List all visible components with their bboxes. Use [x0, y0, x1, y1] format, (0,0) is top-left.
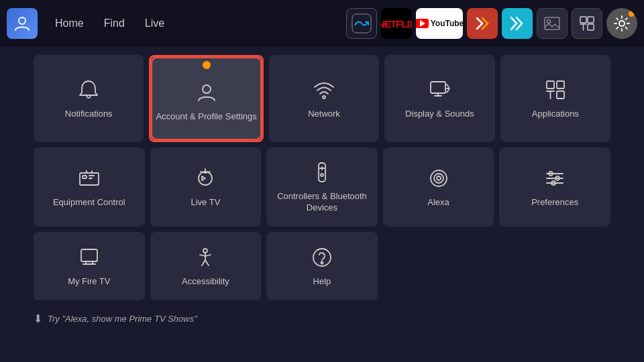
tile-display-sounds-label: Display & Sounds [405, 109, 474, 120]
alexa-hint-text: Try "Alexa, show me Prime TV Shows" [48, 314, 197, 324]
svg-rect-4 [580, 17, 586, 23]
grid-row-2: Equipment Control Live TV Controllers & … [34, 147, 610, 227]
top-apps: NETFLIX YouTube [346, 8, 637, 39]
tile-applications-label: Applications [532, 109, 579, 120]
nav-live[interactable]: Live [137, 13, 172, 34]
tile-equipment-control-label: Equipment Control [53, 197, 125, 208]
youtube-icon[interactable]: YouTube [416, 8, 463, 39]
svg-rect-5 [588, 17, 594, 23]
svg-rect-12 [431, 82, 445, 93]
tile-preferences[interactable]: Preferences [499, 147, 610, 227]
tile-account-label: Account & Profile Settings [156, 111, 256, 123]
svg-line-15 [447, 84, 449, 87]
netflix-icon[interactable]: NETFLIX [381, 8, 412, 39]
svg-rect-2 [545, 17, 559, 29]
svg-rect-19 [557, 81, 564, 88]
prime-icon[interactable] [346, 8, 377, 39]
svg-rect-6 [588, 24, 594, 30]
grid-row-1: Notifications Account & Profile Settings… [34, 55, 610, 142]
tile-controllers-bluetooth-label: Controllers & Bluetooth Devices [266, 191, 378, 214]
grid-icon[interactable] [572, 8, 602, 39]
svg-line-17 [447, 90, 449, 93]
tile-network[interactable]: Network [269, 55, 379, 142]
svg-point-11 [323, 96, 325, 99]
tile-display-sounds[interactable]: Display & Sounds [384, 55, 494, 142]
tile-live-tv[interactable]: Live TV [150, 147, 262, 227]
tile-help[interactable]: Help [266, 232, 378, 300]
grid-row-3: My Fire TV Accessibility Help [34, 232, 610, 300]
svg-point-37 [437, 176, 441, 180]
photos-icon[interactable] [537, 8, 568, 39]
user-avatar[interactable] [7, 8, 38, 39]
svg-point-3 [547, 20, 551, 23]
tile-alexa[interactable]: Alexa [383, 147, 494, 227]
svg-rect-18 [547, 81, 554, 88]
tile-network-label: Network [308, 109, 340, 120]
orange-notification-dot [203, 61, 211, 69]
svg-point-35 [431, 170, 447, 186]
top-bar: Home Find Live NETFLIX YouTube [0, 0, 644, 47]
bottom-bar: ⬇ Try "Alexa, show me Prime TV Shows" [0, 308, 644, 329]
kodi-red-icon[interactable] [467, 8, 498, 39]
tile-accessibility[interactable]: Accessibility [150, 232, 262, 300]
tile-live-tv-label: Live TV [191, 197, 220, 208]
tile-help-label: Help [313, 276, 331, 288]
settings-grid: Notifications Account & Profile Settings… [0, 47, 644, 308]
svg-rect-44 [81, 249, 97, 261]
tile-my-fire-tv[interactable]: My Fire TV [34, 232, 145, 300]
svg-point-10 [203, 85, 211, 93]
nav-find[interactable]: Find [96, 13, 133, 34]
youtube-label: YouTube [431, 19, 463, 28]
svg-rect-31 [319, 163, 325, 182]
tile-my-fire-tv-label: My Fire TV [68, 276, 110, 288]
tile-applications[interactable]: Applications [500, 55, 610, 142]
settings-icon[interactable] [606, 8, 637, 39]
kodi-icon[interactable] [502, 8, 533, 39]
tile-preferences-label: Preferences [531, 197, 578, 208]
tile-account-profile[interactable]: Account & Profile Settings [149, 55, 263, 142]
svg-point-36 [434, 174, 443, 183]
svg-point-0 [19, 17, 25, 24]
tile-alexa-label: Alexa [427, 197, 449, 208]
svg-point-9 [619, 21, 625, 26]
tile-equipment-control[interactable]: Equipment Control [34, 147, 145, 227]
tile-accessibility-label: Accessibility [182, 276, 229, 288]
settings-notification-dot [629, 11, 635, 17]
tile-notifications[interactable]: Notifications [34, 55, 144, 142]
svg-rect-23 [80, 173, 99, 185]
svg-point-34 [321, 174, 323, 176]
svg-point-50 [321, 261, 323, 263]
nav-links: Home Find Live [47, 13, 172, 34]
alexa-mic-icon: ⬇ [34, 312, 42, 325]
tile-notifications-label: Notifications [65, 109, 113, 120]
tile-controllers-bluetooth[interactable]: Controllers & Bluetooth Devices [266, 147, 378, 227]
nav-home[interactable]: Home [47, 13, 92, 34]
svg-rect-20 [557, 91, 564, 99]
svg-rect-24 [83, 176, 87, 178]
